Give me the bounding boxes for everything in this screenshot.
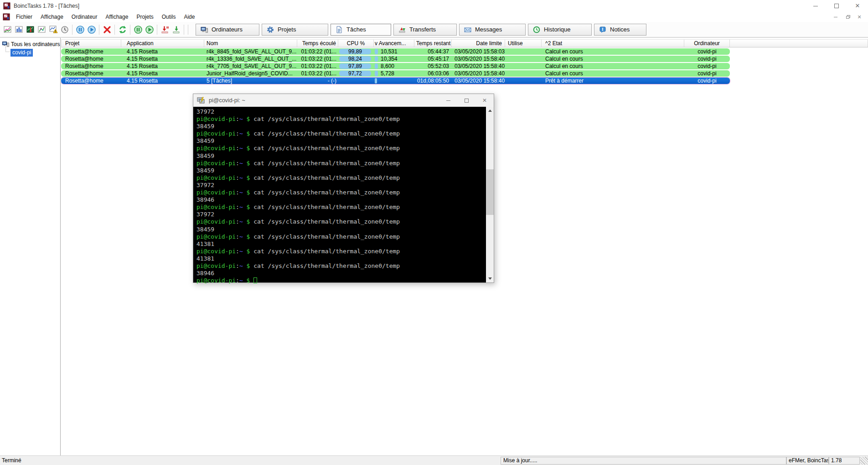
menu-item-5-outils[interactable]: Outils: [158, 12, 180, 21]
menu-item-4-projets[interactable]: Projets: [132, 12, 157, 21]
transfer-suspend-icon[interactable]: [159, 24, 170, 36]
terminal-scrollbar[interactable]: [486, 107, 494, 282]
menu-item-1-affichage[interactable]: Affichage: [36, 12, 67, 21]
task-row[interactable]: Rosetta@home4.15 Rosettar4k_7705_fold_SA…: [61, 63, 730, 69]
sidebar-item-covid-pi[interactable]: covid-pi: [5, 48, 60, 56]
sidebar-item-all-computers[interactable]: Tous les ordinateurs: [0, 38, 60, 47]
play-green-icon[interactable]: [144, 24, 155, 36]
column-header-4[interactable]: CPU %: [338, 39, 374, 47]
cell-cpu: 98,24: [338, 56, 374, 62]
terminal-window-controls: [439, 94, 494, 107]
scrollbar-thumb[interactable]: [486, 169, 494, 215]
resize-grip[interactable]: [860, 457, 868, 465]
tab-label: Transferts: [409, 26, 436, 33]
minimize-button[interactable]: [805, 0, 826, 12]
cell-utilise: [505, 56, 542, 62]
refresh-icon[interactable]: [117, 24, 128, 36]
terminal-line: 37972: [196, 182, 484, 189]
prompt-symbol: $: [243, 262, 253, 269]
close-button[interactable]: [847, 0, 868, 12]
terminal-maximize-button[interactable]: [457, 94, 475, 107]
sidebar-root-label: Tous les ordinateurs: [11, 41, 60, 47]
chart-edit-icon[interactable]: [2, 24, 13, 36]
terminal-body[interactable]: 37972pi@covid-pi:~ $ cat /sys/class/ther…: [193, 107, 494, 282]
column-header-0[interactable]: Projet: [61, 39, 121, 47]
terminal-line: pi@covid-pi:~ $ cat /sys/class/thermal/t…: [196, 248, 484, 255]
column-header-9[interactable]: ^2 Etat: [542, 39, 684, 47]
cell-temps_restant: 05:45:17: [414, 56, 452, 62]
mdi-close-button[interactable]: [853, 13, 865, 21]
cell-etat: Calcul en cours: [542, 48, 684, 55]
command-text: cat /sys/class/thermal/thermal_zone0/tem…: [253, 145, 400, 152]
chart-tree-icon[interactable]: [36, 24, 47, 36]
minimize-icon: [813, 6, 818, 6]
menu-item-3-affichage[interactable]: Affichage: [102, 12, 133, 21]
computers-icon: [201, 26, 208, 33]
prompt-symbol: $: [243, 218, 253, 225]
terminal-line: pi@covid-pi:~ $ cat /sys/class/thermal/t…: [196, 218, 484, 225]
cell-temps_ecoule: 01:03:22 (01...: [297, 63, 338, 69]
column-header-10[interactable]: Ordinateur: [684, 39, 730, 47]
column-header-6[interactable]: Temps restant: [414, 39, 452, 47]
chart-warning-icon[interactable]: [47, 24, 59, 36]
task-row-selected[interactable]: Rosetta@home4.15 Rosetta5 [Tâches]- (-)0…: [61, 78, 730, 84]
task-row[interactable]: Rosetta@home4.15 Rosettar4k_13336_fold_S…: [61, 56, 730, 62]
scroll-up-arrow-icon[interactable]: [486, 107, 494, 115]
maximize-button[interactable]: [826, 0, 847, 12]
terminal-close-button[interactable]: [475, 94, 494, 107]
column-header-2[interactable]: Nom: [204, 39, 297, 47]
clock-icon[interactable]: [59, 24, 70, 36]
column-header-3[interactable]: Temps écoulé: [297, 39, 338, 47]
pause-blue-icon[interactable]: [74, 24, 86, 36]
terminal-close-icon: [482, 97, 487, 104]
bar-chart-icon[interactable]: [13, 24, 25, 36]
tab-taches[interactable]: Tâches: [331, 24, 391, 36]
cell-utilise: [505, 48, 542, 55]
temperature-icon[interactable]: [25, 24, 36, 36]
boinctasks-menu-icon: [3, 13, 10, 21]
prompt-path: ~: [239, 174, 243, 181]
mdi-minimize-button[interactable]: [830, 13, 842, 21]
tab-messages[interactable]: Messages: [459, 24, 526, 36]
column-header-1[interactable]: Application: [121, 39, 204, 47]
close-icon: [855, 3, 860, 9]
tab-label: Messages: [475, 26, 502, 33]
cell-utilise: [505, 63, 542, 69]
play-blue-icon[interactable]: [86, 24, 97, 36]
menu-item-6-aide[interactable]: Aide: [180, 12, 199, 21]
terminal-minimize-button[interactable]: [439, 94, 457, 107]
cell-projet: Rosetta@home: [61, 48, 121, 55]
tab-transferts[interactable]: Transferts: [393, 24, 457, 36]
statusbar: Terminé Mise à jour..... eFMer, BoincTas…: [0, 455, 868, 465]
prompt-path: ~: [239, 130, 243, 137]
tab-historique[interactable]: Historique: [528, 24, 592, 36]
column-header-8[interactable]: Utilise: [505, 39, 542, 47]
task-row[interactable]: Rosetta@home4.15 Rosettar4k_8845_fold_SA…: [61, 48, 730, 55]
tab-ordinateurs[interactable]: Ordinateurs: [196, 24, 259, 36]
terminal-line: 38459: [196, 123, 484, 130]
cell-date_limite: 03/05/2020 15:58:40: [452, 63, 505, 69]
terminal-titlebar[interactable]: pi@covid-pi: ~: [193, 94, 494, 107]
task-row[interactable]: Rosetta@home4.15 RosettaJunior_HalfRoid_…: [61, 70, 730, 77]
column-header-5[interactable]: v Avancem...: [374, 39, 414, 47]
abort-icon[interactable]: [101, 24, 113, 36]
transfer-resume-icon[interactable]: [170, 24, 182, 36]
menu-item-0-fichier[interactable]: Fichier: [12, 12, 36, 21]
prompt-symbol: $: [243, 130, 253, 137]
prompt-symbol: $: [243, 189, 253, 196]
mdi-restore-button[interactable]: [842, 13, 853, 21]
toolbar: Ordinateurs Projets Tâches Transferts Me…: [0, 22, 868, 37]
cell-nom: r4k_13336_fold_SAVE_ALL_OUT_...: [204, 56, 297, 62]
pause-green-icon[interactable]: [132, 24, 144, 36]
terminal-line: 37972: [196, 108, 484, 115]
toolbar-separator: [184, 25, 184, 35]
terminal-line: pi@covid-pi:~ $ cat /sys/class/thermal/t…: [196, 204, 484, 211]
tab-projets[interactable]: Projets: [262, 24, 328, 36]
terminal-line: pi@covid-pi:~ $ cat /sys/class/thermal/t…: [196, 262, 484, 270]
tab-notices[interactable]: Notices: [594, 24, 646, 36]
scroll-down-arrow-icon[interactable]: [486, 275, 494, 282]
menu-item-2-ordinateur[interactable]: Ordinateur: [67, 12, 102, 21]
column-header-7[interactable]: Date limite: [452, 39, 505, 47]
table-header-row: ProjetApplicationNomTemps écouléCPU %v A…: [61, 39, 868, 47]
cell-date_limite: 03/05/2020 15:58:03: [452, 48, 505, 55]
